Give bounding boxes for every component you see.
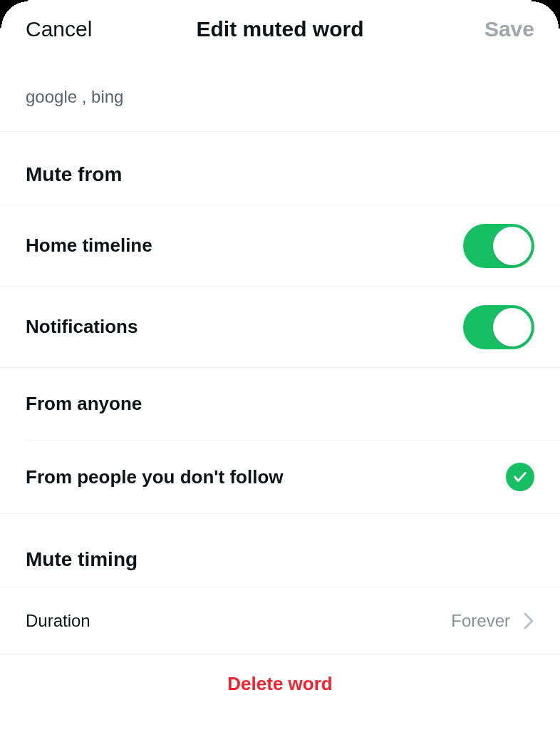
from-anyone-label: From anyone [26,393,142,415]
duration-label: Duration [26,611,90,631]
cancel-button[interactable]: Cancel [26,17,92,41]
mute-from-heading: Mute from [0,132,560,205]
muted-word-input[interactable]: google , bing [0,58,560,132]
delete-word-label: Delete word [227,673,332,695]
mute-timing-heading: Mute timing [0,514,560,587]
checkmark-icon [506,463,534,491]
notifications-label: Notifications [26,316,138,338]
modal-header: Cancel Edit muted word Save [0,0,560,58]
toggle-knob [493,308,532,346]
save-button[interactable]: Save [484,17,534,41]
home-timeline-label: Home timeline [26,235,152,257]
from-anyone-row[interactable]: From anyone [26,368,560,441]
home-timeline-toggle[interactable] [463,224,534,268]
chevron-right-icon [523,611,534,631]
from-not-following-row[interactable]: From people you don't follow [26,441,560,513]
home-timeline-row[interactable]: Home timeline [0,205,560,287]
notifications-toggle[interactable] [463,305,534,349]
delete-word-button[interactable]: Delete word [0,654,560,709]
page-title: Edit muted word [197,17,364,41]
duration-value: Forever [451,611,510,631]
notifications-row[interactable]: Notifications [0,287,560,368]
duration-row[interactable]: Duration Forever [0,587,560,654]
toggle-knob [493,227,532,265]
from-not-following-label: From people you don't follow [26,466,284,488]
